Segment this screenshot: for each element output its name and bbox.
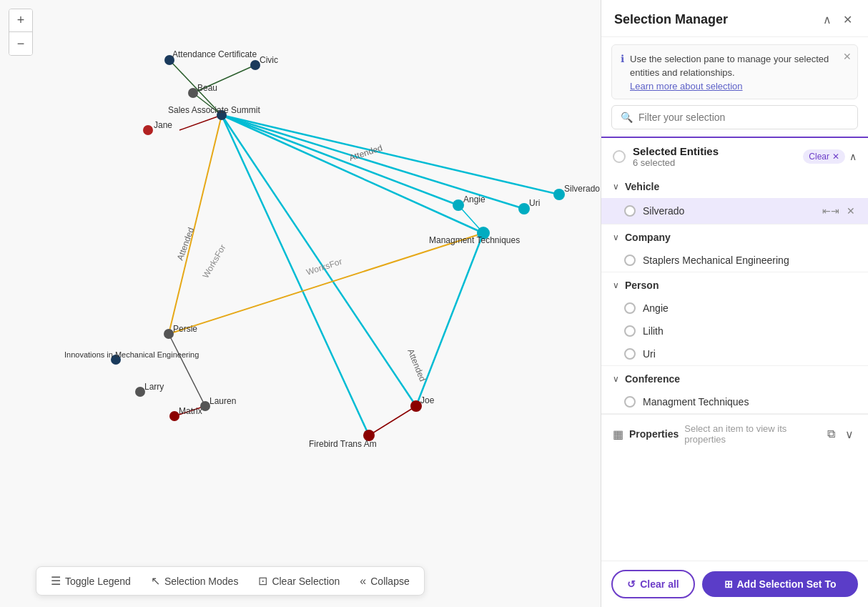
clear-all-button[interactable]: ↺ Clear all [611, 570, 695, 598]
edge-persie-lauren [169, 334, 205, 406]
info-content: Use the selection pane to manage your se… [630, 52, 849, 92]
node-beau[interactable] [188, 88, 198, 98]
selected-entities-radio[interactable] [613, 150, 626, 163]
entity-silverado[interactable]: Silverado ⇤⇥ ✕ [601, 198, 868, 224]
properties-section: ▦ Properties Select an item to view its … [601, 414, 868, 453]
category-conference: ∨ Conference Managment Techniques [601, 366, 868, 414]
selected-entities-info: Selected Entities 6 selected [633, 145, 719, 168]
entity-silverado-remove-button[interactable]: ✕ [845, 204, 857, 218]
properties-label: Properties [629, 428, 679, 440]
filter-input[interactable] [638, 112, 849, 123]
entity-lilith-left: Lilith [624, 325, 664, 337]
toggle-legend-icon: ☰ [51, 574, 61, 588]
entity-mgmt-tech-radio[interactable] [624, 396, 636, 408]
edge-mgmt-joe [416, 233, 483, 406]
info-close-button[interactable]: ✕ [843, 51, 852, 62]
edge-joe-firebird [369, 406, 416, 435]
clear-entities-x: ✕ [832, 152, 839, 162]
selected-entities-title: Selected Entities [633, 145, 719, 157]
toggle-legend-item[interactable]: ☰ Toggle Legend [51, 574, 131, 588]
graph-svg: Attended Attended WorksFor WorksFor Atte… [0, 0, 601, 543]
entity-uri-radio[interactable] [624, 348, 636, 360]
entity-angie[interactable]: Angie [601, 297, 868, 320]
label-innovations: Innovations in Mechanical Engineering [64, 350, 199, 359]
entity-angie-radio[interactable] [624, 302, 636, 314]
category-company: ∨ Company Staplers Mechanical Engineerin… [601, 224, 868, 272]
category-conference-header[interactable]: ∨ Conference [601, 366, 868, 390]
node-silverado[interactable] [553, 189, 565, 200]
chevron-vehicle-icon: ∨ [613, 182, 619, 192]
bottom-toolbar: ☰ Toggle Legend ↖ Selection Modes ⊡ Clea… [36, 566, 425, 596]
selection-modes-icon: ↖ [151, 574, 160, 588]
label-silverado: Silverado [564, 184, 600, 194]
info-link[interactable]: Learn more about selection [630, 81, 849, 92]
entity-lilith[interactable]: Lilith [601, 320, 868, 342]
properties-expand-button[interactable]: ⧉ [824, 426, 838, 442]
collapse-item[interactable]: « Collapse [360, 575, 409, 588]
label-mgmt-tech: Managment Techniques [429, 235, 520, 245]
node-uri[interactable] [518, 203, 530, 214]
filter-wrap: 🔍 [601, 105, 868, 137]
entity-staplers-radio[interactable] [624, 255, 636, 266]
entity-lilith-radio[interactable] [624, 325, 636, 337]
selected-entities-left: Selected Entities 6 selected [613, 145, 719, 168]
chevron-person-icon: ∨ [613, 280, 619, 290]
clear-selection-item[interactable]: ⊡ Clear Selection [258, 574, 340, 588]
node-matrix[interactable] [169, 411, 179, 421]
node-civic[interactable] [250, 60, 260, 70]
add-selection-label: Add Selection Set To [737, 578, 837, 590]
search-icon: 🔍 [621, 112, 633, 123]
info-text: Use the selection pane to manage your se… [630, 54, 829, 78]
node-lauren[interactable] [200, 401, 210, 411]
node-larry[interactable] [135, 387, 145, 397]
category-person-name: Person [625, 280, 659, 291]
info-banner: ℹ Use the selection pane to manage your … [611, 44, 858, 99]
category-person: ∨ Person Angie Lilith Uri [601, 272, 868, 366]
entity-silverado-name: Silverado [643, 205, 684, 217]
properties-hint: Select an item to view its properties [684, 423, 824, 445]
add-selection-icon: ⊞ [724, 578, 733, 590]
clear-entities-button[interactable]: Clear ✕ [803, 149, 845, 164]
close-panel-button[interactable]: ✕ [840, 11, 855, 28]
zoom-out-button[interactable]: − [9, 32, 32, 55]
clear-all-label: Clear all [640, 578, 679, 590]
category-vehicle-header[interactable]: ∨ Vehicle [601, 174, 868, 198]
collapse-icon: « [360, 575, 366, 588]
panel-footer: ↺ Clear all ⊞ Add Selection Set To [601, 561, 868, 607]
edge-summit-silverado [222, 115, 559, 194]
node-angie[interactable] [453, 199, 464, 211]
selection-modes-item[interactable]: ↖ Selection Modes [151, 574, 239, 588]
category-company-header[interactable]: ∨ Company [601, 224, 868, 249]
entity-mgmt-tech[interactable]: Managment Techniques [601, 390, 868, 413]
entity-staplers[interactable]: Staplers Mechanical Engineering [601, 249, 868, 272]
entity-silverado-radio[interactable] [624, 205, 636, 217]
entity-uri-name: Uri [643, 348, 656, 360]
toggle-legend-label: Toggle Legend [65, 576, 131, 587]
add-selection-button[interactable]: ⊞ Add Selection Set To [702, 571, 858, 597]
node-jane[interactable] [143, 125, 153, 135]
label-civic: Civic [260, 55, 278, 65]
chevron-conference-icon: ∨ [613, 374, 619, 384]
selected-entities-header: Selected Entities 6 selected Clear ✕ ∧ [601, 137, 868, 174]
entity-lilith-name: Lilith [643, 325, 664, 337]
node-persie[interactable] [164, 329, 174, 339]
label-persie: Persie [173, 324, 197, 334]
collapse-panel-button[interactable]: ∧ [820, 11, 834, 28]
entity-silverado-focus-button[interactable]: ⇤⇥ [821, 204, 841, 218]
clear-all-icon: ↺ [627, 578, 636, 590]
graph-canvas[interactable]: Attended Attended WorksFor WorksFor Atte… [0, 0, 601, 607]
entity-staplers-left: Staplers Mechanical Engineering [624, 255, 789, 266]
clear-entities-label: Clear [809, 152, 829, 162]
entity-uri[interactable]: Uri [601, 342, 868, 365]
category-person-header[interactable]: ∨ Person [601, 272, 868, 297]
entity-angie-left: Angie [624, 302, 669, 314]
entity-mgmt-tech-name: Managment Techniques [643, 396, 749, 408]
zoom-in-button[interactable]: + [9, 9, 32, 32]
entity-mgmt-tech-left: Managment Techniques [624, 396, 749, 408]
panel-content[interactable]: Selected Entities 6 selected Clear ✕ ∧ ∨… [601, 137, 868, 561]
category-conference-name: Conference [625, 373, 680, 385]
entity-staplers-name: Staplers Mechanical Engineering [643, 255, 789, 266]
selected-entities-right: Clear ✕ ∧ [803, 149, 857, 164]
properties-collapse-button[interactable]: ∨ [842, 426, 857, 443]
collapse-entities-button[interactable]: ∧ [849, 151, 857, 162]
